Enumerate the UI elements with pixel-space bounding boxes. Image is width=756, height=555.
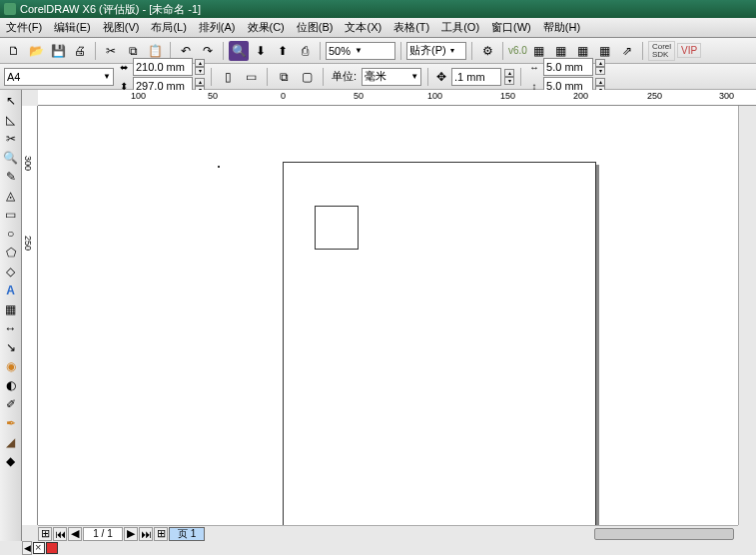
portrait-button[interactable]: ▯ bbox=[218, 67, 238, 87]
menu-arrange[interactable]: 排列(A) bbox=[193, 18, 242, 37]
page-icon: ▢ bbox=[300, 70, 314, 84]
fill-tool[interactable]: ◢ bbox=[2, 433, 20, 451]
print-button[interactable]: 🖨 bbox=[70, 41, 90, 61]
units-combo[interactable]: 毫米▼ bbox=[362, 68, 421, 86]
separator bbox=[427, 68, 428, 86]
connector-tool[interactable]: ↘ bbox=[2, 338, 20, 356]
sdk-badge: Corel SDK bbox=[648, 41, 675, 61]
menu-tools[interactable]: 工具(O) bbox=[435, 18, 485, 37]
separator bbox=[502, 42, 503, 60]
separator bbox=[323, 68, 324, 86]
page-navigator: ⊞ ⏮ ◀ 1 / 1 ▶ ⏭ ⊞ 页 1 bbox=[38, 526, 205, 542]
publish-button[interactable]: ⎙ bbox=[295, 41, 315, 61]
outline-tool[interactable]: ✒ bbox=[2, 414, 20, 432]
menu-view[interactable]: 视图(V) bbox=[97, 18, 146, 37]
dup-x-spinner[interactable]: ▴▾ bbox=[595, 59, 605, 75]
current-page-button[interactable]: ▢ bbox=[297, 67, 317, 87]
open-button[interactable]: 📂 bbox=[26, 41, 46, 61]
rectangle-shape[interactable] bbox=[315, 206, 359, 250]
swatch-red[interactable] bbox=[46, 542, 58, 554]
arrow-icon: ↖ bbox=[4, 94, 18, 108]
menu-effects[interactable]: 效果(C) bbox=[242, 18, 291, 37]
swatch-none[interactable] bbox=[33, 542, 45, 554]
ellipse-icon: ○ bbox=[4, 227, 18, 241]
menu-text[interactable]: 文本(X) bbox=[339, 18, 387, 37]
table-tool[interactable]: ▦ bbox=[2, 300, 20, 318]
dup-x-icon: ↔ bbox=[527, 60, 541, 74]
all-pages-button[interactable]: ⧉ bbox=[274, 67, 294, 87]
undo-icon: ↶ bbox=[179, 44, 193, 58]
smart-fill-tool[interactable]: ◬ bbox=[2, 187, 20, 205]
prev-page-button[interactable]: ◀ bbox=[68, 527, 82, 541]
chevron-down-icon: ▼ bbox=[103, 72, 111, 81]
separator bbox=[642, 42, 643, 60]
rectangle-tool[interactable]: ▭ bbox=[2, 206, 20, 224]
last-page-button[interactable]: ⏭ bbox=[139, 527, 153, 541]
separator bbox=[211, 68, 212, 86]
add-page-after-button[interactable]: ⊞ bbox=[154, 527, 168, 541]
interactive-fill-tool[interactable]: ◆ bbox=[2, 452, 20, 470]
basic-shapes-tool[interactable]: ◇ bbox=[2, 263, 20, 280]
menu-layout[interactable]: 布局(L) bbox=[145, 18, 192, 37]
vertical-ruler[interactable]: 300 250 bbox=[22, 106, 38, 525]
transparency-tool[interactable]: ◐ bbox=[2, 376, 20, 394]
menu-edit[interactable]: 编辑(E) bbox=[48, 18, 97, 37]
title-bar: CorelDRAW X6 (评估版) - [未命名 -1] bbox=[0, 0, 756, 18]
landscape-button[interactable]: ▭ bbox=[241, 67, 261, 87]
save-button[interactable]: 💾 bbox=[48, 41, 68, 61]
window-title: CorelDRAW X6 (评估版) - [未命名 -1] bbox=[20, 2, 201, 17]
outline-icon: ✒ bbox=[4, 416, 18, 430]
vertical-scrollbar[interactable] bbox=[738, 106, 756, 525]
export-button[interactable]: ⬆ bbox=[273, 41, 293, 61]
separator bbox=[267, 68, 268, 86]
zoom-combo[interactable]: 50%▼ bbox=[326, 42, 395, 60]
menu-bitmaps[interactable]: 位图(B) bbox=[291, 18, 340, 37]
paper-size-combo[interactable]: A4▼ bbox=[4, 68, 114, 86]
add-page-button[interactable]: ⊞ bbox=[38, 527, 52, 541]
new-button[interactable]: 🗋 bbox=[4, 41, 24, 61]
width-spinner[interactable]: ▴▾ bbox=[195, 59, 205, 75]
menu-table[interactable]: 表格(T) bbox=[387, 18, 435, 37]
blend-icon: ◉ bbox=[4, 359, 18, 373]
fill-icon: ◢ bbox=[4, 435, 18, 449]
shape-tool[interactable]: ◺ bbox=[2, 111, 20, 129]
canvas[interactable] bbox=[38, 106, 738, 525]
menu-help[interactable]: 帮助(H) bbox=[537, 18, 586, 37]
duplicate-x-input[interactable] bbox=[543, 58, 593, 76]
ruler-tick: 50 bbox=[354, 91, 364, 101]
toolbox: ↖ ◺ ✂ 🔍 ✎ ◬ ▭ ○ ⬠ ◇ A ▦ ↔ ↘ ◉ ◐ ✐ ✒ ◢ ◆ bbox=[0, 90, 22, 541]
menu-file[interactable]: 文件(F) bbox=[0, 18, 48, 37]
ifill-icon: ◆ bbox=[4, 454, 18, 468]
scroll-thumb[interactable] bbox=[594, 528, 734, 540]
pick-tool[interactable]: ↖ bbox=[2, 92, 20, 110]
first-page-button[interactable]: ⏮ bbox=[53, 527, 67, 541]
dimension-tool[interactable]: ↔ bbox=[2, 319, 20, 337]
palette-scroll-left[interactable]: ◀ bbox=[22, 541, 32, 555]
ruler-tick: 300 bbox=[23, 156, 33, 171]
transparency-icon: ◐ bbox=[4, 378, 18, 392]
polygon-tool[interactable]: ⬠ bbox=[2, 244, 20, 262]
snap-combo[interactable]: 贴齐(P)▾ bbox=[406, 42, 466, 60]
freehand-tool[interactable]: ✎ bbox=[2, 168, 20, 186]
page-width-input[interactable] bbox=[133, 58, 193, 76]
ruler-tick: 250 bbox=[23, 236, 33, 251]
ellipse-tool[interactable]: ○ bbox=[2, 225, 20, 243]
app-icon bbox=[4, 3, 16, 15]
tb-launch-button[interactable]: ⇗ bbox=[617, 41, 637, 61]
ruler-tick: 200 bbox=[573, 91, 588, 101]
import-button[interactable]: ⬇ bbox=[251, 41, 271, 61]
horizontal-ruler[interactable]: 100 50 0 50 100 150 200 250 300 bbox=[38, 90, 756, 106]
blend-tool[interactable]: ◉ bbox=[2, 357, 20, 375]
menu-window[interactable]: 窗口(W) bbox=[485, 18, 537, 37]
crop-tool[interactable]: ✂ bbox=[2, 130, 20, 148]
text-tool[interactable]: A bbox=[2, 281, 20, 299]
nudge-spinner[interactable]: ▴▾ bbox=[504, 69, 514, 85]
search-button[interactable]: 🔍 bbox=[229, 41, 249, 61]
options-button[interactable]: ⚙ bbox=[477, 41, 497, 61]
eyedropper-tool[interactable]: ✐ bbox=[2, 395, 20, 413]
nudge-input[interactable] bbox=[451, 68, 501, 86]
page-tab[interactable]: 页 1 bbox=[169, 527, 205, 541]
rectangle-icon: ▭ bbox=[4, 208, 18, 222]
zoom-tool[interactable]: 🔍 bbox=[2, 149, 20, 167]
next-page-button[interactable]: ▶ bbox=[124, 527, 138, 541]
